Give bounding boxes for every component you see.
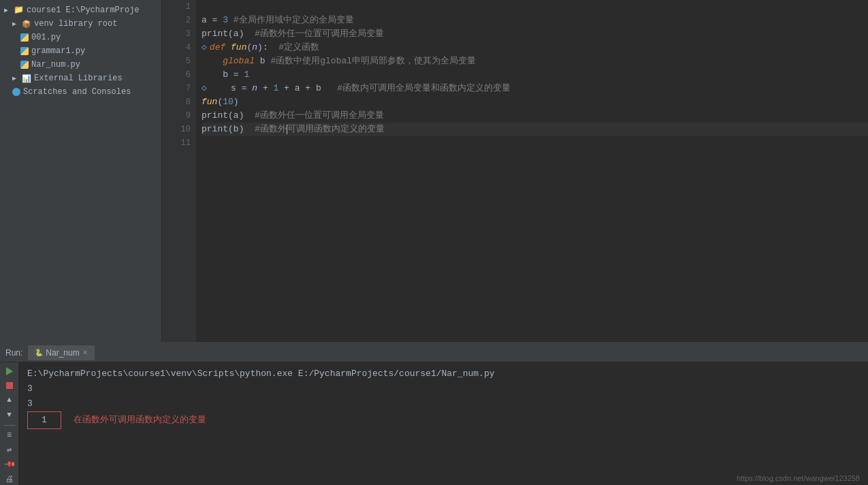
play-icon (6, 367, 13, 375)
line-num-3: 3 (162, 27, 191, 41)
run-label: Run: (5, 348, 22, 358)
line-num-2: 2 (162, 14, 191, 27)
expand-arrow-venv-icon: ▶ (12, 20, 20, 28)
run-error-line: 1 在函数外可调用函数内定义的变量 (27, 411, 860, 429)
run-panel: Run: 🐍 Nar_num ✕ ▲ ▼ ≡ ⇌ (0, 342, 868, 485)
run-stop-button[interactable] (3, 379, 16, 391)
error-message-text: 在函数外可调用函数内定义的变量 (74, 415, 206, 425)
blog-url: https://blog.csdn.net/wangwei123258 (737, 474, 860, 482)
code-line-10: print(b) #函数外可调用函数内定义的变量 (202, 123, 868, 136)
code-editor[interactable]: 1 2 3 4 5 6 7 8 9 10 11 a = 3 #全局作用域中定义的… (162, 0, 868, 342)
code-line-5: global b #函数中使用global申明局部参数，使其为全局变量 (202, 54, 868, 68)
line-num-1: 1 (162, 0, 191, 14)
run-tab-close-icon[interactable]: ✕ (82, 349, 88, 356)
sidebar-item-scratches[interactable]: Scratches and Consoles (0, 85, 161, 99)
line-num-11: 11 (162, 136, 191, 150)
line-num-9: 9 (162, 109, 191, 123)
align-right-button[interactable]: ⇌ (3, 444, 16, 456)
sidebar-item-course1[interactable]: ▶ 📁 course1 E:\PycharmProje (0, 3, 161, 17)
sidebar-label-external: External Libraries (34, 74, 123, 83)
code-line-1 (202, 0, 868, 14)
stop-icon (6, 382, 13, 389)
sidebar-label-001py: 001.py (31, 33, 61, 42)
python-file-icon (20, 61, 29, 69)
code-line-11 (202, 136, 868, 150)
run-tab-icon: 🐍 (35, 349, 43, 356)
line-num-5: 5 (162, 54, 191, 68)
sidebar-label-scratches: Scratches and Consoles (23, 87, 131, 97)
align-left-icon: ≡ (7, 431, 12, 440)
print-icon: 🖨 (5, 474, 14, 484)
sidebar-item-narnumpy[interactable]: Nar_num.py (0, 58, 161, 72)
code-line-8: fun(10) (202, 95, 868, 109)
sidebar-label-course1: course1 E:\PycharmProje (27, 5, 140, 15)
align-right-icon: ⇌ (7, 445, 12, 455)
main-area: ▶ 📁 course1 E:\PycharmProje ▶ 📦 venv lib… (0, 0, 868, 342)
scroll-up-button[interactable]: ▲ (3, 394, 16, 406)
line-numbers: 1 2 3 4 5 6 7 8 9 10 11 (162, 0, 196, 342)
run-tab-bar: Run: 🐍 Nar_num ✕ (0, 343, 868, 362)
line-num-4: 4 (162, 41, 191, 54)
line-num-6: 6 (162, 68, 191, 82)
code-line-6: b = 1 (202, 68, 868, 82)
python-file-icon (20, 33, 29, 42)
expand-arrow-icon: ▶ (4, 6, 12, 14)
venv-icon: 📦 (22, 20, 31, 29)
error-value-text: 1 (42, 415, 47, 425)
arrow-down-icon: ▼ (7, 411, 12, 419)
line-num-10: 10 (162, 123, 191, 136)
run-output: E:\PycharmProjects\course1\venv\Scripts\… (19, 362, 868, 485)
run-body: ▲ ▼ ≡ ⇌ 📌 🖨 E:\PycharmProjects\course1\v… (0, 362, 868, 485)
scratch-icon (12, 88, 20, 96)
folder-icon: 📁 (14, 5, 24, 15)
code-line-7: ◇ s = n + 1 + a + b #函数内可调用全局变量和函数内定义的变量 (202, 82, 868, 95)
align-left-button[interactable]: ≡ (3, 429, 16, 441)
code-line-2: a = 3 #全局作用域中定义的全局变量 (202, 14, 868, 27)
sidebar-item-grammar1py[interactable]: grammar1.py (0, 44, 161, 58)
sidebar-label-narnumpy: Nar_num.py (31, 60, 80, 69)
arrow-up-icon: ▲ (7, 396, 12, 404)
line-num-8: 8 (162, 95, 191, 109)
editor-area: 1 2 3 4 5 6 7 8 9 10 11 a = 3 #全局作用域中定义的… (162, 0, 868, 342)
run-output-line-2: 3 (27, 396, 860, 411)
code-content[interactable]: a = 3 #全局作用域中定义的全局变量 print(a) #函数外任一位置可调… (196, 0, 868, 342)
run-output-line-1: 3 (27, 381, 860, 396)
toolbar-separator (4, 425, 15, 426)
run-tab-name: Nar_num (46, 348, 79, 358)
pin-icon: 📌 (3, 458, 16, 471)
code-line-9: print(a) #函数外任一位置可调用全局变量 (202, 109, 868, 123)
run-tab[interactable]: 🐍 Nar_num ✕ (28, 345, 94, 360)
scroll-down-button[interactable]: ▼ (3, 409, 16, 420)
code-line-4: ◇def fun(n): #定义函数 (202, 41, 868, 54)
run-toolbar: ▲ ▼ ≡ ⇌ 📌 🖨 (0, 362, 19, 485)
sidebar-item-001py[interactable]: 001.py (0, 31, 161, 44)
line-num-7: 7 (162, 82, 191, 95)
sidebar-label-grammar1py: grammar1.py (31, 46, 85, 56)
run-play-button[interactable] (3, 365, 16, 377)
sidebar: ▶ 📁 course1 E:\PycharmProje ▶ 📦 venv lib… (0, 0, 162, 342)
sidebar-label-venv: venv library root (34, 19, 117, 29)
ext-lib-icon: 📊 (22, 74, 31, 83)
expand-arrow-ext-icon: ▶ (12, 74, 20, 82)
code-line-3: print(a) #函数外任一位置可调用全局变量 (202, 27, 868, 41)
run-command-text: E:\PycharmProjects\course1\venv\Scripts\… (27, 369, 495, 379)
sidebar-item-venv[interactable]: ▶ 📦 venv library root (0, 17, 161, 31)
print-button[interactable]: 🖨 (3, 473, 16, 485)
sidebar-item-external[interactable]: ▶ 📊 External Libraries (0, 72, 161, 85)
pin-button[interactable]: 📌 (3, 458, 16, 470)
error-value-box: 1 (27, 411, 61, 429)
python-file-icon (20, 47, 29, 55)
run-command-line: E:\PycharmProjects\course1\venv\Scripts\… (27, 366, 860, 381)
